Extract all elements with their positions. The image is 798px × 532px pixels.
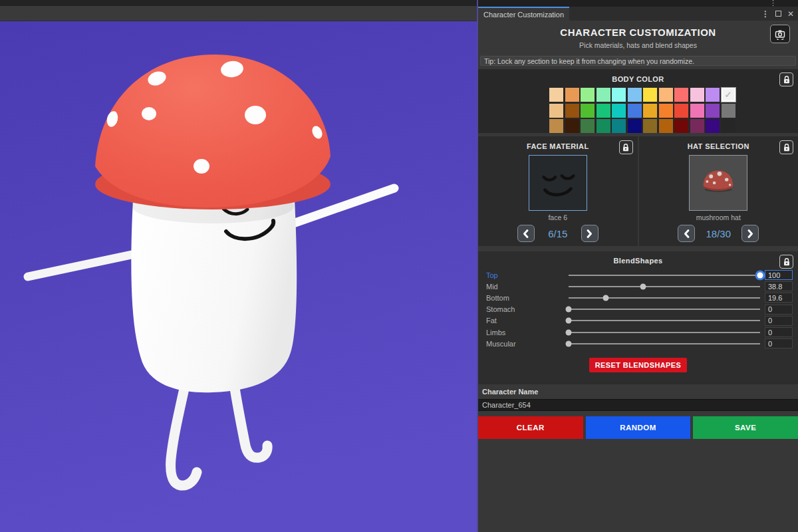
slider-thumb[interactable] <box>640 283 646 289</box>
blendshape-value-field[interactable]: 0 <box>765 316 793 326</box>
window-controls: ⋮ ✕ <box>761 7 794 21</box>
body-color-swatch[interactable] <box>628 119 642 133</box>
face-next-button[interactable] <box>581 225 598 242</box>
random-button[interactable]: RANDOM <box>586 416 691 439</box>
body-color-swatch[interactable] <box>643 88 657 102</box>
body-color-swatch[interactable] <box>643 104 657 118</box>
body-color-swatch[interactable] <box>597 119 610 133</box>
check-icon: ✓ <box>725 90 732 100</box>
blendshape-slider[interactable] <box>569 269 760 281</box>
body-color-swatch[interactable] <box>565 88 579 102</box>
blendshape-value-field[interactable]: 19.6 <box>765 293 793 303</box>
body-color-swatch[interactable] <box>643 119 657 133</box>
body-color-swatch[interactable]: ✓ <box>722 88 735 102</box>
face-material-title: FACE MATERIAL <box>478 136 638 150</box>
viewport-toolbar <box>0 6 477 21</box>
slider-thumb[interactable] <box>566 329 572 335</box>
panel-menu-icon[interactable]: ⋮ <box>761 9 769 19</box>
face-prev-button[interactable] <box>517 225 535 242</box>
body-color-swatch[interactable] <box>722 104 735 118</box>
hat-prev-button[interactable] <box>678 225 695 242</box>
slider-track[interactable] <box>569 286 760 287</box>
tip-text: Tip: Lock any section to keep it from ch… <box>484 57 694 65</box>
body-color-swatch[interactable] <box>597 104 610 118</box>
body-color-lock-button[interactable] <box>779 72 793 86</box>
slider-thumb[interactable] <box>566 318 572 324</box>
hat-selection-lock-button[interactable] <box>779 140 793 154</box>
slider-track[interactable] <box>569 343 760 344</box>
body-color-swatch[interactable] <box>674 119 688 133</box>
slider-track[interactable] <box>569 275 760 276</box>
body-color-swatch[interactable] <box>628 104 642 118</box>
body-color-swatch[interactable] <box>549 88 563 102</box>
screenshot-camera-button[interactable] <box>770 25 790 43</box>
blendshape-value-field[interactable]: 38.8 <box>765 281 793 291</box>
panel-header: CHARACTER CUSTOMIZATION Pick materials, … <box>478 21 798 53</box>
body-color-swatch[interactable] <box>612 119 626 133</box>
slider-track[interactable] <box>569 320 760 321</box>
game-viewport[interactable] <box>0 0 477 532</box>
hat-next-button[interactable] <box>741 225 759 242</box>
body-color-swatch[interactable] <box>706 88 720 102</box>
blendshapes-lock-button[interactable] <box>779 255 793 269</box>
blendshape-row: Muscular0 <box>478 338 798 349</box>
body-color-swatch[interactable] <box>549 104 563 118</box>
body-color-swatch[interactable] <box>597 88 610 102</box>
body-color-swatch[interactable] <box>659 119 673 133</box>
face-material-lock-button[interactable] <box>619 140 633 154</box>
body-color-swatch[interactable] <box>690 104 704 118</box>
body-color-swatch[interactable] <box>549 119 563 133</box>
body-color-swatch[interactable] <box>565 119 579 133</box>
body-color-swatch[interactable] <box>628 88 642 102</box>
tab-character-customization[interactable]: Character Customization <box>478 7 569 21</box>
save-button[interactable]: SAVE <box>693 416 798 439</box>
blendshape-slider[interactable] <box>569 338 760 349</box>
slider-track[interactable] <box>569 309 760 310</box>
face-material-preview <box>529 155 587 211</box>
blendshape-slider[interactable] <box>569 292 760 303</box>
slider-thumb[interactable] <box>757 272 763 278</box>
body-color-swatch[interactable] <box>565 104 579 118</box>
body-color-swatch[interactable] <box>581 88 595 102</box>
reset-blendshapes-button[interactable]: RESET BLENDSHAPES <box>589 358 687 372</box>
body-color-swatch[interactable] <box>706 119 720 133</box>
clear-button[interactable]: CLEAR <box>478 416 583 439</box>
body-color-swatch[interactable] <box>581 104 595 118</box>
body-color-swatch[interactable] <box>581 119 595 133</box>
slider-thumb[interactable] <box>603 295 609 301</box>
slider-thumb[interactable] <box>566 307 572 313</box>
body-color-swatch[interactable] <box>612 104 626 118</box>
slider-thumb[interactable] <box>566 340 572 346</box>
hat-selection-counter: 18/30 <box>704 228 733 239</box>
body-color-swatch[interactable] <box>674 104 688 118</box>
blendshape-value: 19.6 <box>768 294 782 302</box>
blendshape-label: Limbs <box>486 329 569 336</box>
maximize-icon[interactable] <box>775 11 781 17</box>
blendshape-value-field[interactable]: 0 <box>765 327 793 337</box>
close-icon[interactable]: ✕ <box>787 10 794 18</box>
body-color-swatch[interactable] <box>674 88 688 102</box>
character-scene[interactable] <box>0 21 477 532</box>
blendshape-value-field[interactable]: 0 <box>765 338 793 348</box>
body-color-swatch[interactable] <box>706 104 720 118</box>
tab-label: Character Customization <box>483 11 564 19</box>
body-color-swatch[interactable] <box>722 119 735 133</box>
blendshape-slider[interactable] <box>569 304 760 315</box>
blendshape-slider[interactable] <box>569 315 760 327</box>
blendshape-value-field[interactable]: 0 <box>765 305 793 315</box>
slider-track[interactable] <box>569 332 760 333</box>
blendshape-value: 0 <box>768 340 772 348</box>
body-color-swatch[interactable] <box>659 104 673 118</box>
body-color-swatch[interactable] <box>659 88 673 102</box>
body-color-swatch[interactable] <box>690 119 704 133</box>
slider-track[interactable] <box>569 297 760 299</box>
blendshape-value: 0 <box>768 329 772 336</box>
body-color-swatch[interactable] <box>690 88 704 102</box>
blendshape-value-field[interactable]: 100 <box>765 270 793 280</box>
character-name-input[interactable]: Character_654 <box>478 399 798 411</box>
body-color-swatch[interactable] <box>612 88 626 102</box>
blendshape-slider[interactable] <box>569 281 760 292</box>
character-name-label: Character Name <box>482 388 538 396</box>
blendshape-slider[interactable] <box>569 327 760 338</box>
character-customization-panel: ⋮ Character Customization ⋮ ✕ CHARACTER … <box>477 0 798 532</box>
